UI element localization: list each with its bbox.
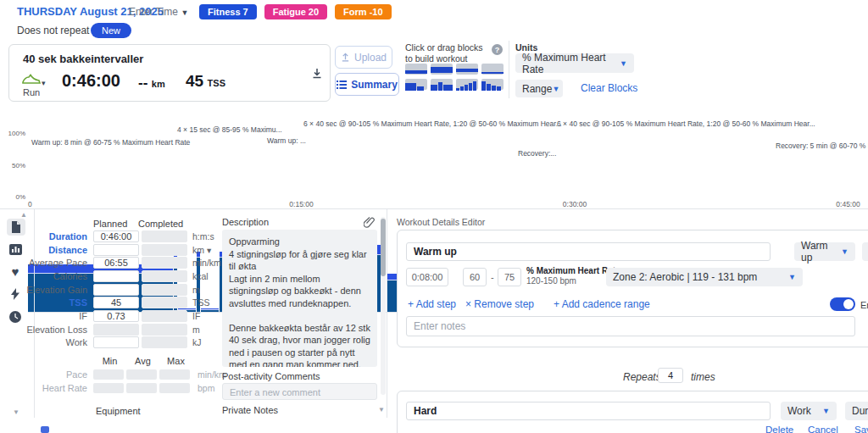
planned-value-input[interactable] bbox=[93, 270, 139, 282]
completed-stat-field bbox=[126, 369, 157, 380]
metric-row: Average Pace06:55min/km bbox=[3, 256, 221, 269]
chart-y-tick: 0% bbox=[2, 193, 25, 201]
chevron-down-icon: ▼ bbox=[788, 273, 796, 281]
workout-editor-page: THURSDAY August 21, 2025 Enter Time ▼ Fi… bbox=[0, 0, 868, 433]
intensity-low-input[interactable]: 60 bbox=[463, 268, 487, 286]
upload-button[interactable]: Upload bbox=[335, 46, 392, 69]
chevron-down-icon: ▼ bbox=[822, 407, 830, 415]
completed-stat-field bbox=[159, 369, 190, 380]
zone-dropdown[interactable]: Zone 2: Aerobic | 119 - 131 bpm▼ bbox=[606, 268, 803, 286]
planned-value-input[interactable]: 0:46:00 bbox=[93, 230, 139, 242]
metric-label: Average Pace bbox=[3, 258, 93, 268]
summary-button[interactable]: Summary bbox=[335, 73, 399, 96]
metric-label[interactable]: Distance bbox=[3, 245, 93, 255]
add-cadence-link[interactable]: + Add cadence range bbox=[554, 298, 650, 310]
description-text[interactable]: Oppvarming 4 stigningsløp for å gjøre se… bbox=[222, 230, 377, 367]
metric-unit: bpm bbox=[198, 383, 214, 393]
divider bbox=[0, 208, 868, 209]
block-template-tempo-icon[interactable] bbox=[431, 64, 453, 75]
chart-annotation: Warm up: ... bbox=[267, 136, 306, 145]
min-avg-max-row: Pacemin/km bbox=[3, 368, 226, 381]
chart-annotation: Recovery:... bbox=[518, 149, 556, 158]
completed-value-field bbox=[142, 336, 187, 348]
metric-label[interactable]: TSS bbox=[3, 297, 93, 308]
new-button[interactable]: New bbox=[91, 23, 131, 38]
post-activity-comments-label: Post-activity Comments bbox=[222, 371, 320, 381]
description-label: Description bbox=[222, 217, 269, 227]
planned-value-input[interactable] bbox=[93, 284, 139, 296]
fatigue-badge[interactable]: Fatigue 20 bbox=[264, 4, 327, 19]
step-duration-type-dropdown[interactable]: Dura bbox=[862, 242, 868, 261]
metric-row: Elevation Gainm bbox=[3, 283, 221, 297]
block-template-ascending-icon[interactable] bbox=[456, 79, 478, 90]
divider bbox=[509, 41, 509, 98]
intensity-high-input[interactable]: 75 bbox=[498, 268, 521, 286]
block-template-easy-icon[interactable] bbox=[481, 64, 504, 75]
block-template-cruise-icon[interactable] bbox=[456, 64, 478, 75]
list-icon bbox=[337, 80, 347, 89]
chart-x-tick: 0:30:00 bbox=[563, 200, 587, 208]
block-template-intervals-icon[interactable] bbox=[431, 79, 453, 90]
planned-value-input[interactable] bbox=[93, 244, 139, 256]
planned-value-input[interactable]: 45 bbox=[93, 297, 139, 308]
enter-time-dropdown[interactable]: Enter Time ▼ bbox=[129, 6, 188, 18]
planned-distance: -- km bbox=[138, 75, 165, 92]
step-name-input[interactable]: Hard bbox=[406, 402, 771, 420]
repeat-dropdown[interactable]: Does not repeat ▼ bbox=[17, 25, 100, 36]
scroll-up-arrow[interactable]: ▲ bbox=[20, 211, 27, 219]
block-template-descending-icon[interactable] bbox=[481, 79, 504, 90]
step-name-input[interactable]: Warm up bbox=[406, 242, 771, 261]
sport-label: Run bbox=[23, 87, 40, 97]
description-scrollbar-thumb[interactable] bbox=[381, 219, 386, 276]
block-template-steady-icon[interactable] bbox=[405, 64, 427, 75]
workout-title[interactable]: 40 sek bakkeintervaller bbox=[23, 53, 143, 65]
step-type-dropdown[interactable]: Work▼ bbox=[781, 402, 837, 420]
completed-stat-field bbox=[93, 383, 124, 393]
clear-blocks-button[interactable]: Clear Blocks bbox=[581, 82, 637, 94]
completed-stat-field bbox=[93, 369, 124, 380]
footer-strip bbox=[0, 419, 373, 433]
step-type-dropdown[interactable]: Warm up▼ bbox=[794, 242, 855, 261]
fitness-badge[interactable]: Fitness 7 bbox=[199, 4, 257, 19]
metric-row: Distancekm ▾ bbox=[3, 243, 221, 257]
download-button[interactable] bbox=[311, 67, 323, 83]
add-step-link[interactable]: + Add step bbox=[408, 298, 456, 310]
step-time-input[interactable]: 0:08:00 bbox=[406, 268, 448, 286]
end-toggle-label: End s bbox=[860, 300, 868, 310]
metric-unit[interactable]: km ▾ bbox=[192, 245, 211, 255]
cancel-button[interactable]: Cancel bbox=[808, 425, 838, 433]
comment-input[interactable]: Enter a new comment bbox=[222, 383, 377, 400]
planned-value-input[interactable]: 0.73 bbox=[93, 310, 139, 322]
sport-selector[interactable]: ▾ bbox=[21, 72, 46, 89]
planned-value-input[interactable]: 06:55 bbox=[93, 257, 139, 269]
planned-value-input[interactable] bbox=[93, 336, 139, 348]
metric-label[interactable]: Duration bbox=[3, 231, 93, 241]
step-notes-input[interactable]: Enter notes bbox=[406, 316, 855, 336]
repeats-label: Repeats bbox=[623, 371, 661, 383]
remove-step-link[interactable]: × Remove step bbox=[465, 298, 534, 310]
min-avg-max-header: Min bbox=[93, 356, 126, 366]
units-dropdown[interactable]: % Maximum Heart Rate▼ bbox=[515, 53, 634, 73]
step-panel-hard: Hard Work▼ Duratio bbox=[397, 391, 868, 433]
save-button[interactable]: Save bbox=[854, 425, 868, 433]
equipment-label: Equipment bbox=[96, 406, 141, 416]
form-badge[interactable]: Form -10 bbox=[335, 4, 391, 19]
block-template-stepdown-icon[interactable] bbox=[405, 79, 427, 90]
help-icon[interactable]: ? bbox=[492, 44, 503, 55]
range-dropdown[interactable]: Range▼ bbox=[515, 80, 563, 97]
metric-label: IF bbox=[3, 311, 93, 321]
end-step-toggle[interactable] bbox=[830, 297, 855, 311]
block-templates bbox=[405, 64, 504, 90]
metric-row: Duration0:46:00h:m:s bbox=[3, 230, 221, 243]
chevron-down-icon[interactable]: ▼ bbox=[378, 406, 385, 414]
repeats-count-input[interactable]: 4 bbox=[658, 368, 683, 383]
planned-value-input[interactable] bbox=[93, 324, 139, 336]
metric-unit: kJ bbox=[192, 337, 202, 347]
delete-button[interactable]: Delete bbox=[765, 425, 793, 433]
completed-stat-field bbox=[126, 383, 157, 393]
private-notes-label: Private Notes bbox=[222, 405, 278, 415]
scroll-down-arrow[interactable]: ▼ bbox=[13, 408, 19, 416]
step-duration-type-dropdown[interactable]: Duratio bbox=[845, 402, 868, 420]
toggle-knob bbox=[843, 299, 854, 309]
min-avg-max-headers: MinAvgMax bbox=[3, 354, 192, 368]
